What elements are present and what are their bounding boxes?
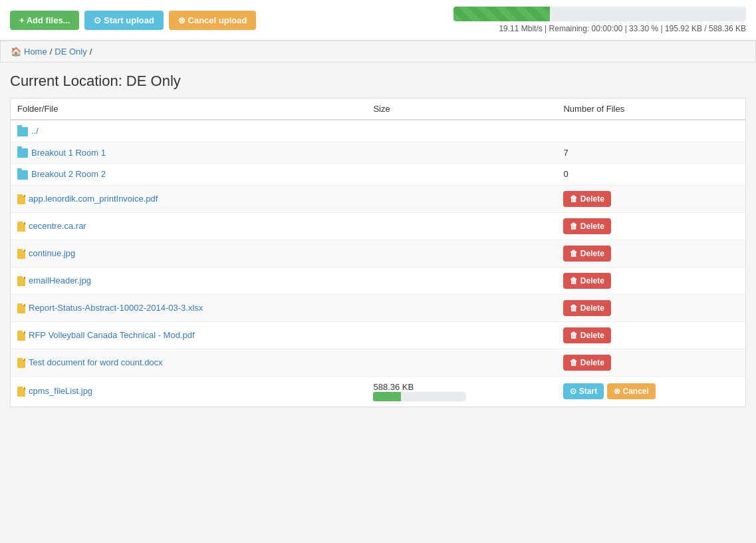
cancel-upload-button[interactable]: ⊗ Cancel upload [169,11,256,30]
table-row: RFP Volleyball Canada Technical - Mod.pd… [11,321,746,349]
breadcrumb-folder-link[interactable]: DE Only [55,47,86,57]
file-link[interactable]: RFP Volleyball Canada Technical - Mod.pd… [29,330,195,340]
folder-icon [17,170,28,180]
file-action-cell: ⊙ Start⊗ Cancel [557,376,745,407]
table-row: cecentre.ca.rar🗑 Delete [11,212,746,240]
folder-link[interactable]: Breakout 1 Room 1 [31,148,106,158]
table-row: Test document for word count.docx🗑 Delet… [11,349,746,376]
file-size-cell [366,321,557,349]
cancel-button[interactable]: ⊗ Cancel [607,383,656,399]
delete-button[interactable]: 🗑 Delete [563,246,610,262]
table-row: emailHeader.jpg🗑 Delete [11,267,746,294]
file-name-cell: RFP Volleyball Canada Technical - Mod.pd… [11,321,367,349]
col-number-of-files: Number of Files [557,98,745,120]
col-folder-file: Folder/File [11,98,367,120]
file-size-cell [366,349,557,376]
delete-button[interactable]: 🗑 Delete [563,327,610,343]
file-name-cell: ../ [11,120,367,142]
file-icon [17,331,25,341]
delete-button[interactable]: 🗑 Delete [563,273,610,289]
main-content: Current Location: DE Only Folder/File Si… [0,63,756,417]
breadcrumb: 🏠 Home / DE Only / [0,41,756,63]
delete-button[interactable]: 🗑 Delete [563,300,610,316]
table-row: ../ [11,120,746,142]
file-icon [17,303,25,313]
file-size-cell [366,240,557,267]
file-action-cell: 🗑 Delete [557,349,745,376]
table-row: cpms_fileList.jpg588.36 KB⊙ Start⊗ Cance… [11,376,746,407]
file-action-cell: 🗑 Delete [557,185,745,212]
table-row: Report-Status-Abstract-10002-2014-03-3.x… [11,294,746,321]
file-name-cell: emailHeader.jpg [11,267,367,294]
file-link[interactable]: continue.jpg [29,248,75,258]
file-icon [17,249,25,259]
breadcrumb-sep1: / [50,47,53,57]
delete-button[interactable]: 🗑 Delete [563,218,610,234]
file-size-cell [366,185,557,212]
file-size-cell [366,212,557,240]
file-size-cell [366,120,557,142]
mini-progress-bar [373,392,466,401]
file-size-cell [366,142,557,164]
folder-icon [17,148,28,158]
file-size-cell [366,294,557,321]
file-table: Folder/File Size Number of Files ../Brea… [10,98,746,407]
file-size-cell: 588.36 KB [366,376,557,407]
page-title: Current Location: DE Only [10,73,746,90]
file-link[interactable]: cecentre.ca.rar [29,221,86,231]
file-action-cell: 🗑 Delete [557,294,745,321]
file-name-cell: Breakout 2 Room 2 [11,164,367,186]
file-size-value: 588.36 KB [373,382,550,392]
table-row: Breakout 1 Room 17 [11,142,746,164]
file-action-cell: 🗑 Delete [557,267,745,294]
file-name-cell: continue.jpg [11,240,367,267]
file-icon [17,222,25,232]
file-action-cell: 🗑 Delete [557,240,745,267]
file-name-cell: Test document for word count.docx [11,349,367,376]
file-name-cell: cpms_fileList.jpg [11,376,367,407]
top-toolbar: + Add files... ⊙ Start upload ⊗ Cancel u… [0,0,756,41]
mini-progress-fill [373,392,401,401]
delete-button[interactable]: 🗑 Delete [563,355,610,371]
file-size-cell [366,164,557,186]
breadcrumb-sep2: / [90,47,92,57]
table-row: Breakout 2 Room 20 [11,164,746,186]
table-header-row: Folder/File Size Number of Files [11,98,746,120]
progress-area: 19.11 Mbit/s | Remaining: 00:00:00 | 33.… [453,7,746,33]
table-row: continue.jpg🗑 Delete [11,240,746,267]
file-link[interactable]: app.lenordik.com_printInvoice.pdf [29,194,158,204]
file-icon [17,276,25,286]
start-upload-button[interactable]: ⊙ Start upload [84,11,163,30]
file-name-cell: Breakout 1 Room 1 [11,142,367,164]
file-link[interactable]: Test document for word count.docx [29,357,163,367]
file-name-cell: app.lenordik.com_printInvoice.pdf [11,185,367,212]
file-name-cell: Report-Status-Abstract-10002-2014-03-3.x… [11,294,367,321]
home-icon: 🏠 [11,47,21,57]
file-icon [17,358,25,368]
delete-button[interactable]: 🗑 Delete [563,191,610,207]
toolbar-left: + Add files... ⊙ Start upload ⊗ Cancel u… [10,11,256,30]
file-action-cell: 🗑 Delete [557,212,745,240]
file-link[interactable]: emailHeader.jpg [29,275,91,285]
folder-link[interactable]: Breakout 2 Room 2 [31,169,106,179]
col-size: Size [366,98,557,120]
folder-nav-icon [17,127,28,136]
num-files-cell: 0 [557,164,745,186]
nav-up-link[interactable]: ../ [31,126,39,136]
breadcrumb-home-link[interactable]: Home [24,47,47,57]
start-cancel-actions: ⊙ Start⊗ Cancel [563,383,739,399]
file-action-cell [557,120,745,142]
global-progress-fill [453,7,550,21]
file-link[interactable]: Report-Status-Abstract-10002-2014-03-3.x… [29,303,203,313]
file-link[interactable]: cpms_fileList.jpg [29,386,92,396]
num-files-cell: 7 [557,142,745,164]
global-progress-bar [453,7,746,21]
file-icon [17,387,25,397]
progress-status-text: 19.11 Mbit/s | Remaining: 00:00:00 | 33.… [499,24,746,33]
file-action-cell: 🗑 Delete [557,321,745,349]
file-icon [17,194,25,204]
file-size-cell [366,267,557,294]
file-name-cell: cecentre.ca.rar [11,212,367,240]
start-button[interactable]: ⊙ Start [563,383,604,399]
add-files-button[interactable]: + Add files... [10,11,79,30]
